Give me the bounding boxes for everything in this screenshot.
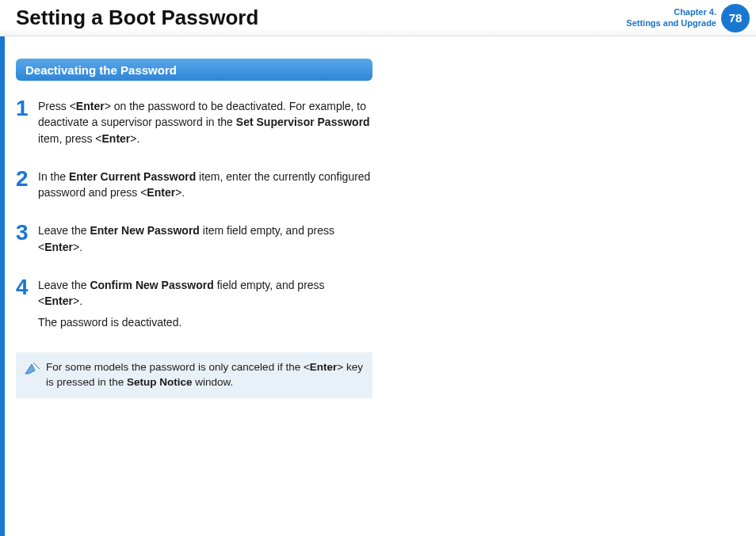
text: item, press < bbox=[38, 132, 102, 145]
page-number-badge: 78 bbox=[721, 4, 750, 32]
text: >. bbox=[130, 132, 139, 145]
text: >. bbox=[73, 241, 82, 253]
bold-enter: Enter bbox=[147, 186, 175, 199]
text: Press < bbox=[38, 100, 76, 112]
bold-enter: Enter bbox=[102, 132, 131, 145]
step-final-text: The password is deactivated. bbox=[38, 314, 371, 330]
step-text: In the Enter Current Password item, ente… bbox=[38, 169, 371, 206]
section-heading: Deactivating the Password bbox=[16, 59, 372, 81]
note-text: For some models the password is only can… bbox=[46, 360, 363, 390]
text: Leave the bbox=[38, 224, 90, 237]
text: >. bbox=[175, 186, 185, 199]
bold-setup-notice: Setup Notice bbox=[127, 376, 193, 388]
bold-enter: Enter bbox=[44, 241, 73, 253]
bold-enter-current-password: Enter Current Password bbox=[69, 170, 196, 183]
bold-enter-new-password: Enter New Password bbox=[90, 224, 200, 237]
bold-set-supervisor-password: Set Supervisor Password bbox=[236, 116, 370, 128]
text: window. bbox=[193, 376, 234, 388]
page-title: Setting a Boot Password bbox=[16, 6, 258, 30]
step-text: Leave the Enter New Password item field … bbox=[38, 222, 371, 260]
page-body: Deactivating the Password 1 Press <Enter… bbox=[0, 36, 756, 536]
chapter-line-1: Chapter 4. bbox=[626, 7, 716, 17]
step-number: 3 bbox=[16, 222, 38, 242]
left-column: Deactivating the Password 1 Press <Enter… bbox=[16, 59, 372, 398]
step-3: 3 Leave the Enter New Password item fiel… bbox=[16, 222, 371, 260]
note-icon bbox=[22, 360, 43, 376]
text: Leave the bbox=[38, 279, 90, 291]
chapter-text: Chapter 4. Settings and Upgrade bbox=[626, 7, 716, 28]
page-header: Setting a Boot Password Chapter 4. Setti… bbox=[0, 0, 756, 36]
step-4: 4 Leave the Confirm New Password field e… bbox=[16, 277, 371, 335]
text: In the bbox=[38, 170, 69, 183]
text: For some models the password is only can… bbox=[46, 361, 310, 373]
step-text: Press <Enter> on the password to be deac… bbox=[38, 98, 371, 151]
chapter-line-2: Settings and Upgrade bbox=[626, 18, 716, 29]
chapter-block: Chapter 4. Settings and Upgrade 78 bbox=[626, 0, 756, 36]
step-2: 2 In the Enter Current Password item, en… bbox=[16, 169, 371, 206]
note-box: For some models the password is only can… bbox=[16, 352, 372, 398]
bold-enter: Enter bbox=[310, 361, 338, 373]
svg-line-0 bbox=[33, 363, 40, 369]
step-text: Leave the Confirm New Password field emp… bbox=[38, 277, 371, 335]
step-number: 2 bbox=[16, 169, 38, 188]
step-number: 4 bbox=[16, 277, 38, 297]
text: >. bbox=[73, 295, 82, 307]
bold-confirm-new-password: Confirm New Password bbox=[90, 279, 213, 291]
content-area: Deactivating the Password 1 Press <Enter… bbox=[5, 36, 756, 536]
step-number: 1 bbox=[16, 98, 38, 118]
bold-enter: Enter bbox=[44, 295, 73, 307]
step-1: 1 Press <Enter> on the password to be de… bbox=[16, 98, 371, 151]
bold-enter: Enter bbox=[76, 100, 105, 112]
